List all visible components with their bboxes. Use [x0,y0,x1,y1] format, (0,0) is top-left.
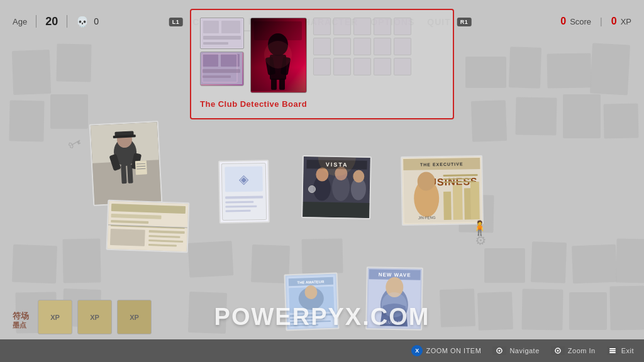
age-value: 20 [45,15,58,28]
skull-count: 0 [94,16,99,26]
grid-cell-6 [313,38,331,55]
score-label: Score [570,17,591,26]
symbol-item: 符场 墨点 [13,311,29,329]
xp-label: XP [621,17,631,26]
svg-rect-103 [609,348,616,349]
board-panel-inner [200,18,444,93]
right-badge: R1 [457,18,472,26]
board-title: The Club Detective Board [200,99,307,109]
card-puzzle-item[interactable]: ◈ [218,160,270,223]
x-button[interactable]: X [411,345,423,356]
grid-cell-15 [394,58,411,75]
stack-card-main [200,52,244,86]
grid-cell-12 [333,58,351,75]
grid-cell-9 [374,38,391,55]
navigate-action: Navigate [492,346,539,355]
grid-cell-10 [394,38,411,55]
svg-text:NEW WAVE: NEW WAVE [379,272,411,278]
blue-document-item[interactable]: THE AMATEUR [284,273,339,331]
grid-cell-11 [313,58,331,75]
xp-items-row: XP XP XP [38,300,152,334]
svg-rect-98 [254,21,302,40]
svg-point-100 [499,350,501,352]
grid-cell-5 [394,18,411,35]
grid-cell-8 [353,38,371,55]
left-badge: L1 [169,18,183,26]
grid-cell-13 [353,58,371,75]
grid-cell-4 [374,18,391,35]
board-grid-preview [313,18,444,75]
board-dot [308,185,316,193]
exit-label: Exit [621,347,634,354]
magazine-item[interactable]: THE EXECUTIVE BUSINESS JIN-FENG [401,155,484,226]
svg-text:JIN-FENG: JIN-FENG [418,216,436,219]
options-button[interactable] [607,346,618,355]
grid-cell-7 [333,38,351,55]
grid-cell-14 [374,58,391,75]
svg-point-97 [264,41,292,69]
svg-point-102 [557,350,558,352]
board-panel: The Club Detective Board [190,9,454,119]
svg-rect-105 [609,352,616,353]
rs-button [551,346,565,355]
hud-right: 0 Score | 0 XP [560,16,631,27]
svg-rect-104 [609,350,616,351]
zoom-action: X ZOOM ON ITEM [411,345,481,356]
ls-button [492,346,506,355]
svg-rect-85 [203,54,218,67]
svg-rect-19 [110,229,145,246]
svg-rect-95 [271,79,277,90]
board-item-stack [200,18,244,86]
svg-rect-88 [203,69,240,73]
svg-rect-10 [135,160,147,175]
svg-rect-52 [443,192,452,220]
svg-rect-80 [203,21,219,33]
score-value: 0 [560,16,566,27]
grid-cell-2 [333,18,351,35]
hud-separator-1 [36,15,36,28]
xp-item-2: XP [77,300,112,334]
xp-item-1: XP [38,300,72,334]
svg-rect-83 [203,42,228,45]
svg-rect-53 [453,185,463,219]
small-figure-right: 🧍 [471,220,488,236]
svg-text:THE EXECUTIVE: THE EXECUTIVE [420,162,464,167]
hud-left: Age 20 💀 0 [13,15,99,28]
age-label: Age [13,17,27,26]
navigate-label: Navigate [509,347,539,354]
stack-card-1 [200,18,244,49]
skull-icon: 💀 [76,16,89,28]
zoom-label: ZOOM ON ITEM [426,347,481,354]
svg-rect-81 [221,21,240,33]
news-article-item[interactable] [106,200,190,253]
svg-text:KUADRI: KUADRI [385,321,403,324]
svg-rect-43 [303,202,369,218]
board-title-area: The Club Detective Board [200,98,444,109]
bottom-hud: X ZOOM ON ITEM Navigate Zoom In Exit [0,339,644,362]
new-wave-item[interactable]: NEW WAVE KUADRI [365,266,423,331]
grid-cell-1 [313,18,331,35]
svg-rect-82 [203,36,241,40]
detective-item[interactable] [89,121,163,206]
zoom-in-action: Zoom In [551,346,596,355]
svg-rect-55 [470,182,480,219]
grid-cell-3 [353,18,371,35]
svg-rect-6 [121,165,127,184]
zoom-in-label: Zoom In [568,347,596,354]
svg-rect-96 [279,79,285,90]
svg-text:◈: ◈ [239,172,249,186]
xp-item-3: XP [117,300,152,334]
featured-card [250,18,307,93]
svg-rect-89 [203,75,231,78]
exit-action: Exit [607,346,634,355]
hud-separator-2 [67,15,67,28]
xp-value: 0 [611,16,617,27]
